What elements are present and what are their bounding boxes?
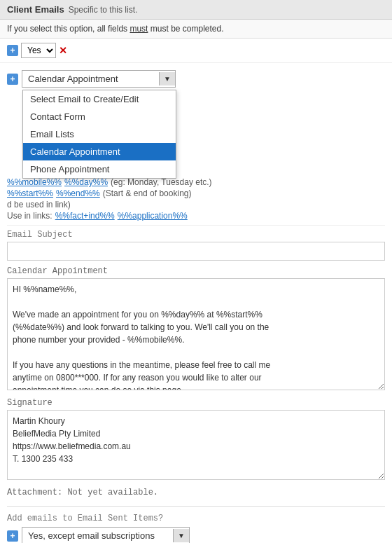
tag-factind[interactable]: %%fact+ind%% [55, 211, 115, 221]
dropdown-item-calendar[interactable]: Calendar Appointment [23, 143, 176, 160]
dropdown-item-email-lists[interactable]: Email Lists [23, 125, 176, 143]
header-subtitle: Specific to this list. [69, 5, 138, 15]
tag-row1-suffix: (eg: Monday, Tuesday etc.) [111, 177, 212, 187]
tag-day[interactable]: %%day%% [64, 177, 108, 187]
tags-section: %%mobile%% %%day%% (eg: Monday, Tuesday … [7, 177, 385, 221]
main-content: + Calendar Appointment ▼ Select Email to… [0, 63, 392, 543]
tag-row3-text: d be used in link) [7, 200, 71, 209]
use-in-links-label: Use in links: [7, 211, 52, 221]
calendar-section-label: Calendar Appointment [7, 266, 385, 276]
notice-must: must [130, 24, 148, 34]
dropdown-plus-row: + Calendar Appointment ▼ [7, 70, 385, 88]
tag-start[interactable]: %%start%% [7, 188, 53, 198]
signature-label: Signature [7, 398, 385, 408]
tag-application[interactable]: %%application%% [118, 211, 188, 221]
yes-row: + Yes No ✕ [0, 39, 392, 63]
email-subject-section: Email Subject Appointment booked with Ma… [7, 230, 385, 261]
email-subject-label: Email Subject [7, 230, 385, 240]
dropdown-item-contact-form[interactable]: Contact Form [23, 108, 176, 125]
attachment-row: Attachment: Not yet available. [7, 486, 385, 499]
notice-text-after: must be completed. [148, 24, 223, 34]
yes-plus-icon[interactable]: + [7, 45, 18, 56]
calendar-section: Calendar Appointment [7, 266, 385, 392]
calendar-textarea-wrap [7, 278, 385, 392]
tags-row-2: %%start%% %%end%% (Start & end of bookin… [7, 188, 385, 198]
attachment-value: Not yet available. [67, 488, 158, 497]
tags-row-3: d be used in link) [7, 200, 385, 209]
dropdown-plus-icon[interactable]: + [7, 74, 18, 85]
dropdown-container: + Calendar Appointment ▼ Select Email to… [7, 70, 385, 88]
add-emails-arrow-icon: ▼ [173, 529, 189, 542]
attachment-label: Attachment: [7, 488, 62, 497]
yes-x-icon[interactable]: ✕ [59, 45, 67, 56]
tag-mobile[interactable]: %%mobile%% [7, 177, 62, 187]
tags-row-1: %%mobile%% %%day%% (eg: Monday, Tuesday … [7, 177, 385, 187]
signature-section: Signature [7, 398, 385, 482]
signature-textarea[interactable] [7, 410, 385, 480]
add-emails-plus-icon[interactable]: + [7, 530, 18, 542]
add-emails-row: + Yes, except email subscriptions ▼ [7, 527, 385, 543]
use-in-links-row: Use in links: %%fact+ind%% %%application… [7, 211, 385, 221]
dropdown-selected-label: Calendar Appointment [22, 71, 159, 87]
tag-row2-suffix: (Start & end of booking) [103, 188, 192, 198]
dropdown-item-select[interactable]: Select Email to Create/Edit [23, 90, 176, 108]
add-emails-select[interactable]: Yes, except email subscriptions ▼ [22, 527, 190, 543]
divider-1 [7, 225, 385, 226]
add-emails-selected: Yes, except email subscriptions [22, 528, 173, 543]
notice-text-before: If you select this option, all fields [7, 24, 130, 34]
calendar-body-textarea[interactable] [7, 278, 385, 390]
divider-2 [7, 506, 385, 507]
dropdown-menu: Select Email to Create/Edit Contact Form… [22, 90, 176, 179]
dropdown-arrow-icon: ▼ [159, 72, 175, 85]
add-emails-label: Add emails to Email Sent Items? [7, 514, 385, 523]
dropdown-item-phone[interactable]: Phone Appointment [23, 160, 176, 178]
yes-select[interactable]: Yes No [21, 43, 56, 58]
dropdown-trigger[interactable]: Calendar Appointment ▼ [22, 70, 176, 88]
tag-end[interactable]: %%end%% [56, 188, 100, 198]
email-subject-input[interactable]: Appointment booked with Martin Khoury on… [7, 242, 385, 261]
add-emails-section: Add emails to Email Sent Items? + Yes, e… [7, 514, 385, 543]
header-title: Client Emails [7, 4, 64, 15]
notice-bar: If you select this option, all fields mu… [0, 20, 392, 39]
header-bar: Client Emails Specific to this list. [0, 0, 392, 20]
